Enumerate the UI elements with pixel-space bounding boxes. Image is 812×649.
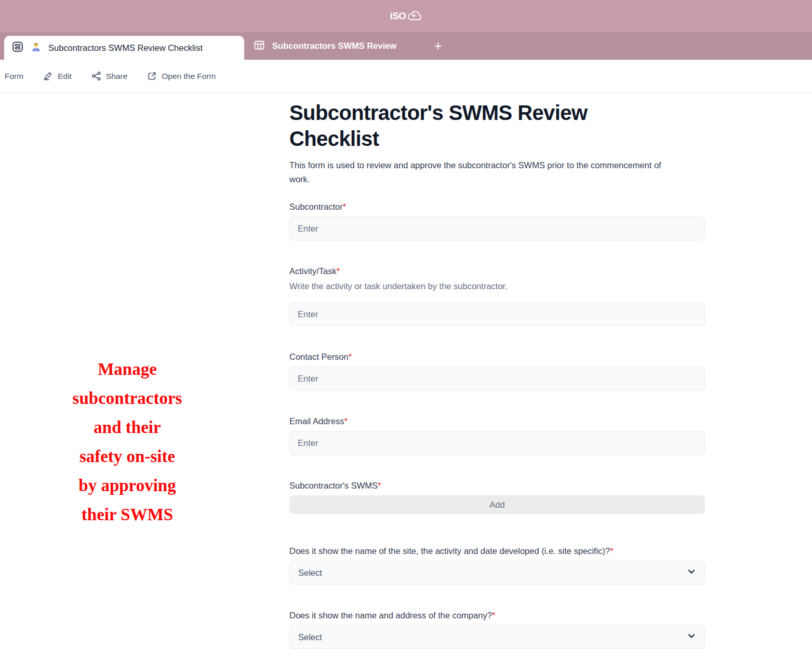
field-label: Contact Person* (289, 352, 705, 362)
field-label: Activity/Task* (289, 266, 705, 276)
label-text: Subcontractor (289, 202, 343, 211)
select-placeholder: Select (298, 568, 322, 578)
field-subcontractor: Subcontractor* (289, 202, 705, 240)
field-company-name-question: Does it show the name and address of the… (289, 611, 705, 649)
tab-bar: Subcontractors SWMS Review Checklist Sub… (0, 32, 812, 60)
field-contact-person: Contact Person* (289, 352, 705, 390)
required-marker: * (492, 611, 495, 620)
external-link-icon (147, 71, 157, 82)
annotation-line: and their (31, 413, 223, 442)
label-text: Email Address (289, 416, 344, 426)
worker-avatar-icon (31, 42, 42, 55)
field-activity-task: Activity/Task* Write the activity or tas… (289, 266, 705, 326)
logo-plus: + (412, 11, 416, 20)
field-subcontractors-swms: Subcontractor's SWMS* Add (289, 481, 705, 514)
field-label: Subcontractor's SWMS* (289, 481, 705, 491)
tab-swms-review-checklist[interactable]: Subcontractors SWMS Review Checklist (4, 36, 244, 60)
field-label: Does it show the name of the site, the a… (289, 546, 705, 556)
form-title: Subcontractor's SWMS Review Checklist (289, 100, 676, 152)
required-marker: * (349, 352, 352, 361)
form-toolbar: Form Edit Share (0, 60, 812, 93)
form-label: Form (5, 72, 23, 81)
edit-label: Edit (58, 72, 72, 81)
add-tab-button[interactable]: + (429, 32, 447, 60)
required-marker: * (343, 202, 346, 211)
chevron-down-icon (687, 631, 696, 643)
annotation-line: safety on-site (31, 442, 223, 471)
add-file-button[interactable]: Add (289, 495, 705, 514)
form-preview-area: Manage subcontractors and their safety o… (0, 93, 812, 649)
select-placeholder: Select (298, 632, 322, 642)
share-button[interactable]: Share (91, 71, 127, 82)
label-text: Contact Person (289, 352, 349, 361)
annotation-line: Manage (31, 355, 223, 384)
app-header: iSO + (0, 0, 812, 32)
tab-label: Subcontractors SWMS Review Checklist (48, 43, 203, 53)
contact-person-input[interactable] (289, 367, 705, 390)
site-specific-select[interactable]: Select (289, 561, 705, 585)
label-text: Does it show the name of the site, the a… (289, 546, 610, 556)
required-marker: * (337, 266, 340, 276)
field-email-address: Email Address* (289, 416, 705, 455)
label-text: Activity/Task (289, 266, 337, 276)
form-description: This form is used to review and approve … (289, 158, 669, 186)
open-form-label: Open the Form (162, 72, 216, 81)
share-label: Share (106, 72, 127, 81)
field-label: Subcontractor* (289, 202, 705, 212)
required-marker: * (344, 416, 347, 426)
annotation-line: their SWMS (31, 500, 223, 529)
field-label: Email Address* (289, 416, 705, 426)
open-form-button[interactable]: Open the Form (147, 71, 216, 82)
table-icon (253, 39, 265, 53)
annotation-line: by approving (31, 471, 223, 500)
logo-text: iSO (390, 10, 406, 22)
share-icon (91, 71, 102, 82)
form-body: Subcontractor's SWMS Review Checklist Th… (289, 93, 705, 649)
company-name-select[interactable]: Select (289, 625, 705, 649)
isoplus-logo: iSO + (390, 10, 422, 22)
label-text: Subcontractor's SWMS (289, 481, 378, 490)
chevron-down-icon (687, 567, 696, 578)
activity-task-input[interactable] (289, 302, 705, 326)
tab-swms-review-table[interactable]: Subcontractors SWMS Review (253, 32, 396, 60)
tab-label: Subcontractors SWMS Review (272, 41, 396, 51)
edit-button[interactable]: Edit (43, 71, 72, 82)
field-help-text: Write the activity or task undertaken by… (289, 281, 705, 291)
field-site-specific-question: Does it show the name of the site, the a… (289, 546, 705, 585)
field-label: Does it show the name and address of the… (289, 611, 705, 620)
pencil-icon (43, 71, 54, 82)
form-icon (11, 40, 24, 55)
required-marker: * (610, 546, 613, 556)
subcontractor-input[interactable] (289, 217, 705, 240)
annotation-line: subcontractors (31, 384, 223, 413)
label-text: Does it show the name and address of the… (289, 611, 492, 620)
email-address-input[interactable] (289, 431, 705, 455)
cloud-icon: + (407, 10, 422, 22)
form-menu-label[interactable]: Form (5, 72, 23, 81)
required-marker: * (378, 481, 381, 490)
red-annotation-text: Manage subcontractors and their safety o… (31, 355, 223, 529)
